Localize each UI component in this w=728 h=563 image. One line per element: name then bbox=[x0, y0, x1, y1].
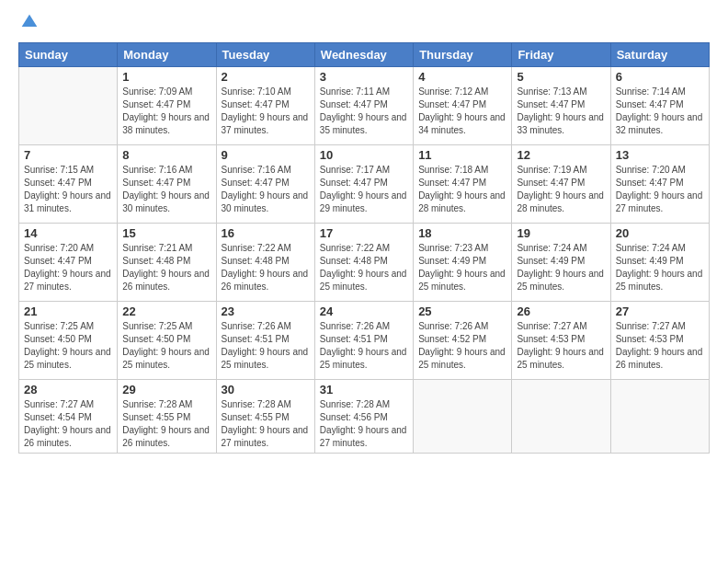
day-number: 31 bbox=[320, 383, 408, 396]
day-number: 24 bbox=[320, 304, 408, 318]
day-number: 21 bbox=[24, 304, 112, 318]
calendar-cell: 15Sunrise: 7:21 AMSunset: 4:48 PMDayligh… bbox=[118, 224, 216, 302]
day-info: Sunrise: 7:10 AMSunset: 4:47 PMDaylight:… bbox=[222, 86, 310, 137]
day-info: Sunrise: 7:21 AMSunset: 4:48 PMDaylight:… bbox=[122, 242, 210, 293]
weekday-header-tuesday: Tuesday bbox=[216, 43, 314, 67]
day-number: 20 bbox=[616, 226, 704, 240]
calendar-cell: 7Sunrise: 7:15 AMSunset: 4:47 PMDaylight… bbox=[19, 145, 118, 224]
calendar-cell: 29Sunrise: 7:28 AMSunset: 4:55 PMDayligh… bbox=[118, 380, 216, 454]
weekday-header-row: SundayMondayTuesdayWednesdayThursdayFrid… bbox=[19, 43, 710, 67]
day-info: Sunrise: 7:18 AMSunset: 4:47 PMDaylight:… bbox=[418, 164, 506, 215]
day-number: 23 bbox=[222, 304, 310, 318]
calendar-cell: 17Sunrise: 7:22 AMSunset: 4:48 PMDayligh… bbox=[314, 224, 413, 302]
day-info: Sunrise: 7:20 AMSunset: 4:47 PMDaylight:… bbox=[616, 164, 704, 215]
logo-icon bbox=[20, 13, 39, 31]
calendar-cell: 31Sunrise: 7:28 AMSunset: 4:56 PMDayligh… bbox=[314, 380, 413, 454]
day-info: Sunrise: 7:20 AMSunset: 4:47 PMDaylight:… bbox=[24, 242, 112, 293]
day-number: 12 bbox=[517, 148, 605, 162]
day-info: Sunrise: 7:23 AMSunset: 4:49 PMDaylight:… bbox=[418, 242, 506, 293]
day-number: 1 bbox=[122, 70, 210, 84]
calendar-cell: 16Sunrise: 7:22 AMSunset: 4:48 PMDayligh… bbox=[216, 224, 314, 302]
day-info: Sunrise: 7:26 AMSunset: 4:51 PMDaylight:… bbox=[320, 320, 408, 372]
calendar-cell: 13Sunrise: 7:20 AMSunset: 4:47 PMDayligh… bbox=[610, 145, 709, 224]
day-info: Sunrise: 7:16 AMSunset: 4:47 PMDaylight:… bbox=[122, 164, 210, 215]
day-number: 18 bbox=[418, 226, 506, 240]
weekday-header-monday: Monday bbox=[118, 43, 216, 67]
day-info: Sunrise: 7:14 AMSunset: 4:47 PMDaylight:… bbox=[616, 86, 704, 137]
calendar-cell: 9Sunrise: 7:16 AMSunset: 4:47 PMDaylight… bbox=[216, 145, 314, 224]
day-info: Sunrise: 7:28 AMSunset: 4:55 PMDaylight:… bbox=[222, 398, 310, 450]
day-number: 27 bbox=[616, 304, 704, 318]
day-info: Sunrise: 7:19 AMSunset: 4:47 PMDaylight:… bbox=[517, 164, 605, 215]
day-info: Sunrise: 7:28 AMSunset: 4:55 PMDaylight:… bbox=[122, 398, 210, 450]
day-info: Sunrise: 7:12 AMSunset: 4:47 PMDaylight:… bbox=[418, 86, 506, 137]
week-row-5: 28Sunrise: 7:27 AMSunset: 4:54 PMDayligh… bbox=[19, 380, 710, 454]
day-info: Sunrise: 7:24 AMSunset: 4:49 PMDaylight:… bbox=[616, 242, 704, 293]
day-number: 8 bbox=[122, 148, 210, 162]
svg-marker-0 bbox=[22, 15, 38, 27]
day-number: 28 bbox=[24, 383, 112, 396]
day-info: Sunrise: 7:27 AMSunset: 4:53 PMDaylight:… bbox=[616, 320, 704, 372]
day-number: 15 bbox=[122, 226, 210, 240]
day-info: Sunrise: 7:11 AMSunset: 4:47 PMDaylight:… bbox=[320, 86, 408, 137]
day-info: Sunrise: 7:15 AMSunset: 4:47 PMDaylight:… bbox=[24, 164, 112, 215]
calendar-cell bbox=[19, 67, 118, 145]
day-number: 19 bbox=[517, 226, 605, 240]
calendar-cell: 22Sunrise: 7:25 AMSunset: 4:50 PMDayligh… bbox=[118, 302, 216, 380]
calendar-cell: 5Sunrise: 7:13 AMSunset: 4:47 PMDaylight… bbox=[512, 67, 610, 145]
day-info: Sunrise: 7:22 AMSunset: 4:48 PMDaylight:… bbox=[222, 242, 310, 293]
calendar-cell bbox=[512, 380, 610, 454]
day-info: Sunrise: 7:26 AMSunset: 4:51 PMDaylight:… bbox=[222, 320, 310, 372]
day-info: Sunrise: 7:27 AMSunset: 4:54 PMDaylight:… bbox=[24, 398, 112, 450]
calendar-cell: 27Sunrise: 7:27 AMSunset: 4:53 PMDayligh… bbox=[610, 302, 709, 380]
weekday-header-wednesday: Wednesday bbox=[314, 43, 413, 67]
week-row-2: 7Sunrise: 7:15 AMSunset: 4:47 PMDaylight… bbox=[19, 145, 710, 224]
day-info: Sunrise: 7:27 AMSunset: 4:53 PMDaylight:… bbox=[517, 320, 605, 372]
day-number: 29 bbox=[122, 383, 210, 396]
weekday-header-sunday: Sunday bbox=[19, 43, 118, 67]
day-number: 6 bbox=[616, 70, 704, 84]
calendar-cell: 28Sunrise: 7:27 AMSunset: 4:54 PMDayligh… bbox=[19, 380, 118, 454]
week-row-3: 14Sunrise: 7:20 AMSunset: 4:47 PMDayligh… bbox=[19, 224, 710, 302]
calendar-cell: 1Sunrise: 7:09 AMSunset: 4:47 PMDaylight… bbox=[118, 67, 216, 145]
day-number: 26 bbox=[517, 304, 605, 318]
day-info: Sunrise: 7:09 AMSunset: 4:47 PMDaylight:… bbox=[122, 86, 210, 137]
day-info: Sunrise: 7:22 AMSunset: 4:48 PMDaylight:… bbox=[320, 242, 408, 293]
day-info: Sunrise: 7:13 AMSunset: 4:47 PMDaylight:… bbox=[517, 86, 605, 137]
day-info: Sunrise: 7:26 AMSunset: 4:52 PMDaylight:… bbox=[418, 320, 506, 372]
calendar-cell: 25Sunrise: 7:26 AMSunset: 4:52 PMDayligh… bbox=[414, 302, 512, 380]
day-number: 16 bbox=[222, 226, 310, 240]
day-number: 14 bbox=[24, 226, 112, 240]
day-number: 11 bbox=[418, 148, 506, 162]
day-number: 3 bbox=[320, 70, 408, 84]
day-number: 13 bbox=[616, 148, 704, 162]
day-info: Sunrise: 7:25 AMSunset: 4:50 PMDaylight:… bbox=[24, 320, 112, 372]
day-number: 30 bbox=[222, 383, 310, 396]
day-info: Sunrise: 7:17 AMSunset: 4:47 PMDaylight:… bbox=[320, 164, 408, 215]
day-number: 22 bbox=[122, 304, 210, 318]
day-info: Sunrise: 7:25 AMSunset: 4:50 PMDaylight:… bbox=[122, 320, 210, 372]
weekday-header-thursday: Thursday bbox=[414, 43, 512, 67]
day-number: 2 bbox=[222, 70, 310, 84]
day-number: 10 bbox=[320, 148, 408, 162]
calendar-cell: 8Sunrise: 7:16 AMSunset: 4:47 PMDaylight… bbox=[118, 145, 216, 224]
calendar-cell: 24Sunrise: 7:26 AMSunset: 4:51 PMDayligh… bbox=[314, 302, 413, 380]
calendar-cell: 6Sunrise: 7:14 AMSunset: 4:47 PMDaylight… bbox=[610, 67, 709, 145]
calendar-cell: 19Sunrise: 7:24 AMSunset: 4:49 PMDayligh… bbox=[512, 224, 610, 302]
week-row-4: 21Sunrise: 7:25 AMSunset: 4:50 PMDayligh… bbox=[19, 302, 710, 380]
day-number: 7 bbox=[24, 148, 112, 162]
calendar-cell: 10Sunrise: 7:17 AMSunset: 4:47 PMDayligh… bbox=[314, 145, 413, 224]
day-number: 5 bbox=[517, 70, 605, 84]
page: SundayMondayTuesdayWednesdayThursdayFrid… bbox=[0, 0, 728, 563]
week-row-1: 1Sunrise: 7:09 AMSunset: 4:47 PMDaylight… bbox=[19, 67, 710, 145]
day-number: 9 bbox=[222, 148, 310, 162]
day-info: Sunrise: 7:24 AMSunset: 4:49 PMDaylight:… bbox=[517, 242, 605, 293]
calendar-cell bbox=[610, 380, 709, 454]
day-number: 4 bbox=[418, 70, 506, 84]
day-info: Sunrise: 7:28 AMSunset: 4:56 PMDaylight:… bbox=[320, 398, 408, 450]
logo bbox=[18, 13, 39, 35]
day-number: 25 bbox=[418, 304, 506, 318]
calendar-cell: 30Sunrise: 7:28 AMSunset: 4:55 PMDayligh… bbox=[216, 380, 314, 454]
calendar-cell: 18Sunrise: 7:23 AMSunset: 4:49 PMDayligh… bbox=[414, 224, 512, 302]
calendar-cell: 2Sunrise: 7:10 AMSunset: 4:47 PMDaylight… bbox=[216, 67, 314, 145]
